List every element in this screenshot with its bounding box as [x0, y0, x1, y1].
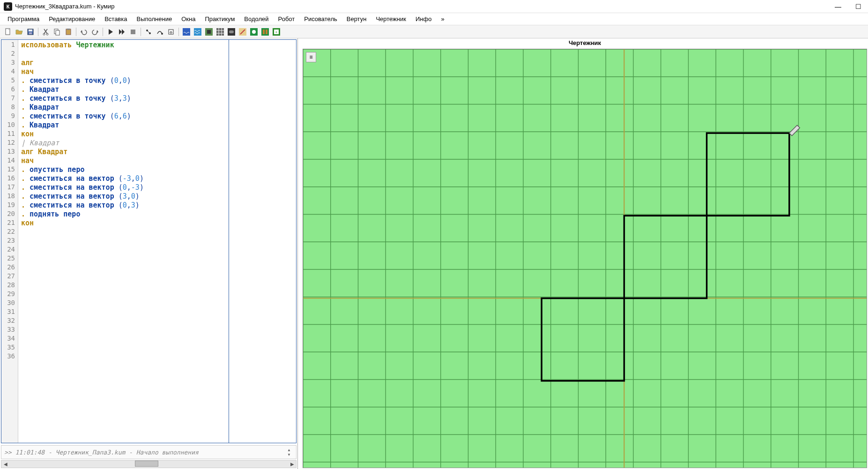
copy-button[interactable] [52, 27, 62, 37]
menu-item-1[interactable]: Редактирование [45, 14, 99, 24]
menu-item-9[interactable]: Вертун [343, 14, 371, 24]
code-line[interactable]: . Квадрат [21, 103, 226, 112]
code-line[interactable] [21, 335, 226, 343]
code-line[interactable]: алг Квадрат [21, 148, 226, 156]
menu-item-7[interactable]: Робот [274, 14, 299, 24]
menu-item-2[interactable]: Вставка [101, 14, 131, 24]
scroll-thumb[interactable] [135, 461, 158, 467]
actor-robot-button[interactable] [204, 27, 214, 37]
code-line[interactable]: . сместиться на вектор (0,3) [21, 201, 226, 210]
paste-button[interactable] [63, 27, 74, 37]
console-scroll-down[interactable]: ▼ [285, 453, 293, 457]
canvas-menu-button[interactable]: ≡ [306, 52, 316, 62]
maximize-button[interactable]: ☐ [853, 2, 864, 11]
menu-item-0[interactable]: Программа [4, 14, 43, 24]
code-line[interactable]: . сместиться на вектор (0,-3) [21, 183, 226, 192]
code-line[interactable]: . сместиться на вектор (3,0) [21, 192, 226, 201]
console: >> 11:01:48 - Чертежник_Папа3.kum - Нача… [1, 445, 297, 459]
code-line[interactable]: . сместиться в точку (0,0) [21, 76, 226, 85]
svg-rect-27 [266, 30, 267, 34]
code-line[interactable] [21, 254, 226, 263]
actor-waves-button[interactable] [193, 27, 203, 37]
menu-item-8[interactable]: Рисователь [300, 14, 341, 24]
step-into-button[interactable] [143, 27, 154, 37]
window-title: Чертежник_3Квадрата.kum - Кумир [15, 3, 832, 10]
actor-drawer-button[interactable] [260, 27, 270, 37]
actor-vodoley-button[interactable] [181, 27, 192, 37]
run-step-button[interactable] [117, 27, 127, 37]
scroll-right-button[interactable]: ▶ [288, 461, 296, 468]
actor-game-button[interactable] [226, 27, 237, 37]
run-button[interactable] [105, 27, 116, 37]
code-line[interactable] [21, 263, 226, 272]
code-line[interactable]: . поднять перо [21, 210, 226, 219]
menu-item-5[interactable]: Практикум [201, 14, 238, 24]
code-line[interactable] [21, 237, 226, 246]
code-line[interactable]: . сместиться в точку (3,3) [21, 94, 226, 103]
save-button[interactable] [25, 27, 36, 37]
drawing-canvas[interactable]: ≡ [303, 49, 867, 468]
horizontal-scrollbar[interactable]: ◀ ▶ [1, 460, 297, 468]
code-line[interactable]: кон [21, 130, 226, 139]
actor-info-button[interactable]: + [271, 27, 282, 37]
svg-point-13 [161, 33, 163, 35]
code-editor[interactable]: 1234567891011121314151617181920212223242… [1, 39, 297, 443]
line-number: 36 [1, 352, 18, 361]
actor-painter-button[interactable] [237, 27, 248, 37]
actor-vertun-button[interactable] [249, 27, 259, 37]
code-line[interactable]: нач [21, 67, 226, 76]
menu-item-11[interactable]: Инфо [412, 14, 435, 24]
line-number: 27 [1, 272, 18, 281]
redo-button[interactable] [90, 27, 100, 37]
stop-button[interactable] [128, 27, 138, 37]
code-line[interactable]: использовать Чертежник [21, 41, 226, 50]
code-line[interactable] [21, 50, 226, 59]
menu-item-3[interactable]: Выполнение [133, 14, 176, 24]
menubar: ПрограммаРедактированиеВставкаВыполнение… [0, 13, 868, 25]
console-scroll-up[interactable]: ▲ [285, 448, 293, 452]
toolbar: + [0, 25, 868, 38]
code-line[interactable] [21, 308, 226, 317]
menu-item-6[interactable]: Водолей [240, 14, 272, 24]
line-number: 14 [1, 156, 18, 165]
menu-item-10[interactable]: Чертежник [372, 14, 410, 24]
line-number: 8 [1, 103, 18, 112]
scroll-left-button[interactable]: ◀ [1, 461, 9, 468]
new-file-button[interactable] [3, 27, 13, 37]
code-line[interactable] [21, 326, 226, 335]
code-line[interactable] [21, 352, 226, 361]
code-line[interactable]: | Квадрат [21, 139, 226, 148]
code-line[interactable] [21, 343, 226, 352]
code-line[interactable]: нач [21, 156, 226, 165]
actor-grid-button[interactable] [215, 27, 225, 37]
line-gutter: 1234567891011121314151617181920212223242… [1, 40, 18, 443]
code-line[interactable] [21, 281, 226, 290]
code-line[interactable] [21, 299, 226, 308]
scroll-track[interactable] [9, 461, 288, 468]
line-number: 1 [1, 41, 18, 50]
code-line[interactable]: . сместиться в точку (6,6) [21, 112, 226, 121]
code-line[interactable] [21, 246, 226, 254]
undo-button[interactable] [79, 27, 89, 37]
code-line[interactable] [21, 317, 226, 326]
minimize-button[interactable]: — [832, 2, 844, 11]
code-line[interactable]: . Квадрат [21, 121, 226, 130]
menu-item-4[interactable]: Окна [178, 14, 199, 24]
open-file-button[interactable] [14, 27, 24, 37]
line-number: 19 [1, 201, 18, 210]
code-column[interactable]: использовать Чертежникалгнач. сместиться… [18, 40, 229, 443]
code-line[interactable] [21, 272, 226, 281]
step-over-button[interactable] [155, 27, 165, 37]
code-line[interactable]: кон [21, 219, 226, 228]
line-number: 31 [1, 308, 18, 317]
code-line[interactable] [21, 290, 226, 299]
code-line[interactable]: . Квадрат [21, 85, 226, 94]
menu-item-12[interactable]: » [437, 14, 448, 24]
code-line[interactable]: . опустить перо [21, 165, 226, 174]
cut-button[interactable] [41, 27, 51, 37]
code-line[interactable]: алг [21, 59, 226, 67]
line-number: 20 [1, 210, 18, 219]
code-line[interactable]: . сместиться на вектор (-3,0) [21, 174, 226, 183]
step-out-button[interactable] [166, 27, 176, 37]
code-line[interactable] [21, 228, 226, 237]
